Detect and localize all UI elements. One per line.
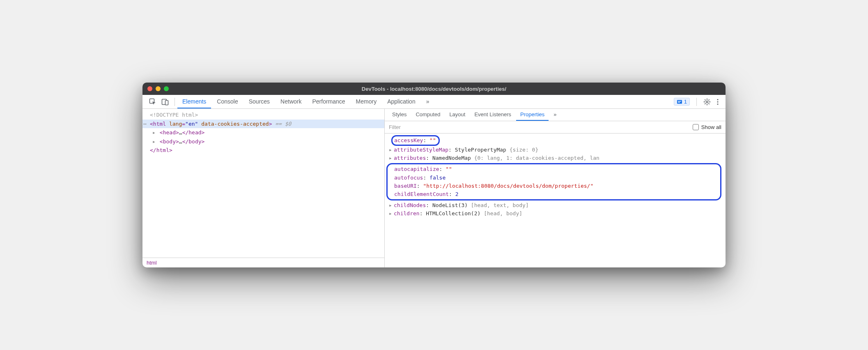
prop-childelementcount[interactable]: childElementCount: 2: [389, 190, 718, 198]
prop-accesskey[interactable]: accessKey: "": [389, 135, 721, 146]
issues-count: 1: [684, 99, 687, 105]
tab-network[interactable]: Network: [276, 95, 306, 108]
prop-autocapitalize[interactable]: autocapitalize: "": [389, 165, 718, 173]
expand-triangle-icon[interactable]: ▸: [152, 129, 156, 137]
titlebar: DevTools - localhost:8080/docs/devtools/…: [142, 83, 726, 95]
side-tab-layout[interactable]: Layout: [445, 109, 469, 121]
prop-children[interactable]: ▸ children: HTMLCollection(2) [head, bod…: [389, 210, 721, 218]
tab-application[interactable]: Application: [382, 95, 420, 108]
device-toolbar-icon[interactable]: [161, 98, 169, 106]
dom-tree[interactable]: <!DOCTYPE html> <html lang="en" data-coo…: [142, 109, 384, 258]
svg-rect-5: [678, 102, 680, 102]
settings-icon[interactable]: [703, 98, 711, 106]
svg-point-8: [717, 101, 718, 102]
side-tabs-overflow[interactable]: »: [549, 109, 560, 121]
filter-row: Show all: [385, 121, 726, 134]
tab-performance[interactable]: Performance: [307, 95, 350, 108]
svg-point-7: [717, 99, 718, 100]
prop-attributestylemap[interactable]: ▸ attributeStyleMap: StylePropertyMap {s…: [389, 146, 721, 154]
tab-elements[interactable]: Elements: [177, 95, 211, 108]
svg-rect-3: [677, 100, 682, 104]
filter-input[interactable]: [389, 124, 693, 130]
side-tabs: Styles Computed Layout Event Listeners P…: [385, 109, 726, 121]
content-area: <!DOCTYPE html> <html lang="en" data-coo…: [142, 109, 726, 267]
side-tab-computed[interactable]: Computed: [411, 109, 444, 121]
dom-doctype[interactable]: <!DOCTYPE html>: [142, 111, 384, 120]
tab-sources[interactable]: Sources: [244, 95, 275, 108]
dom-head-element[interactable]: ▸ <head>…</head>: [142, 128, 384, 137]
side-tab-styles[interactable]: Styles: [388, 109, 411, 121]
main-tabs: Elements Console Sources Network Perform…: [177, 95, 434, 108]
svg-rect-4: [678, 101, 681, 101]
svg-point-9: [717, 103, 718, 104]
expand-triangle-icon[interactable]: ▸: [389, 201, 392, 210]
close-window-button[interactable]: [147, 86, 152, 91]
properties-list[interactable]: accessKey: "" ▸ attributeStyleMap: Style…: [385, 134, 726, 267]
expand-triangle-icon[interactable]: ▸: [152, 138, 156, 146]
window-controls: [147, 86, 169, 91]
sidebar-panel: Styles Computed Layout Event Listeners P…: [385, 109, 726, 267]
minimize-window-button[interactable]: [156, 86, 161, 91]
more-menu-icon[interactable]: [715, 98, 721, 106]
tab-console[interactable]: Console: [212, 95, 243, 108]
expand-triangle-icon[interactable]: ▸: [389, 210, 392, 218]
svg-point-6: [706, 101, 708, 102]
breadcrumb[interactable]: html: [142, 258, 384, 267]
dom-html-close[interactable]: </html>: [142, 146, 384, 155]
main-tabs-overflow[interactable]: »: [421, 95, 434, 108]
prop-baseuri[interactable]: baseURI: "http://localhost:8080/docs/dev…: [389, 182, 718, 190]
dom-body-element[interactable]: ▸ <body>…</body>: [142, 137, 384, 146]
show-all-label: Show all: [701, 124, 721, 130]
svg-rect-2: [165, 100, 168, 105]
maximize-window-button[interactable]: [164, 86, 169, 91]
show-all-toggle[interactable]: Show all: [693, 124, 721, 130]
elements-panel: <!DOCTYPE html> <html lang="en" data-coo…: [142, 109, 385, 267]
inspect-element-icon[interactable]: [149, 98, 156, 106]
prop-childnodes[interactable]: ▸ childNodes: NodeList(3) [head, text, b…: [389, 201, 721, 210]
separator: [696, 98, 697, 106]
tab-memory[interactable]: Memory: [351, 95, 382, 108]
window-title: DevTools - localhost:8080/docs/devtools/…: [142, 86, 726, 92]
dom-html-element[interactable]: <html lang="en" data-cookies-accepted> =…: [142, 120, 384, 129]
checkbox-icon[interactable]: [693, 124, 699, 130]
prop-autofocus[interactable]: autofocus: false: [389, 174, 718, 182]
devtools-window: DevTools - localhost:8080/docs/devtools/…: [142, 83, 726, 267]
highlight-box: autocapitalize: "" autofocus: false base…: [386, 163, 721, 200]
main-toolbar: Elements Console Sources Network Perform…: [142, 95, 726, 109]
side-tab-event-listeners[interactable]: Event Listeners: [470, 109, 515, 121]
side-tab-properties[interactable]: Properties: [516, 109, 549, 121]
prop-attributes[interactable]: ▸ attributes: NamedNodeMap {0: lang, 1: …: [389, 154, 721, 162]
issues-badge[interactable]: 1: [674, 98, 690, 106]
issues-icon: [677, 99, 682, 105]
expand-triangle-icon[interactable]: ▸: [389, 146, 392, 154]
expand-triangle-icon[interactable]: ▸: [389, 154, 392, 162]
separator: [175, 98, 175, 106]
